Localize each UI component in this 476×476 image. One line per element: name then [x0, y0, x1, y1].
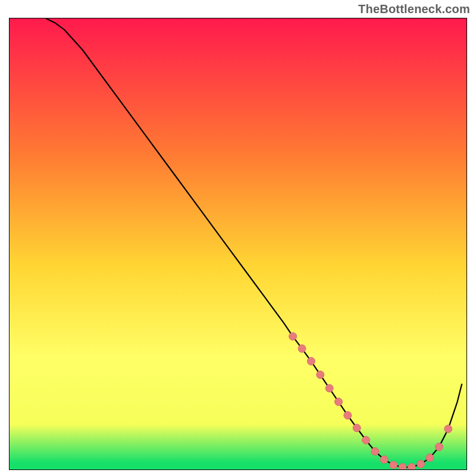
plot-svg [10, 18, 466, 469]
curve-marker [390, 461, 397, 469]
curve-marker [353, 424, 361, 432]
chart-container: TheBottleneck.com [0, 0, 476, 476]
curve-marker [298, 345, 306, 352]
curve-marker [399, 464, 406, 469]
curve-marker [317, 371, 324, 378]
curve-marker [426, 454, 434, 462]
curve-marker [325, 384, 333, 392]
curve-marker [417, 460, 425, 468]
curve-marker [408, 464, 415, 469]
curve-marker [307, 358, 315, 365]
curve-marker [435, 443, 443, 451]
attribution-text: TheBottleneck.com [358, 2, 470, 16]
plot-area [9, 18, 467, 470]
curve-marker [344, 412, 352, 419]
curve-marker [444, 425, 452, 433]
curve-marker [362, 436, 370, 444]
curve-marker [371, 447, 379, 455]
curve-marker [380, 456, 388, 464]
curve-marker [289, 333, 297, 340]
gradient-background [10, 18, 466, 469]
curve-marker [334, 398, 342, 406]
